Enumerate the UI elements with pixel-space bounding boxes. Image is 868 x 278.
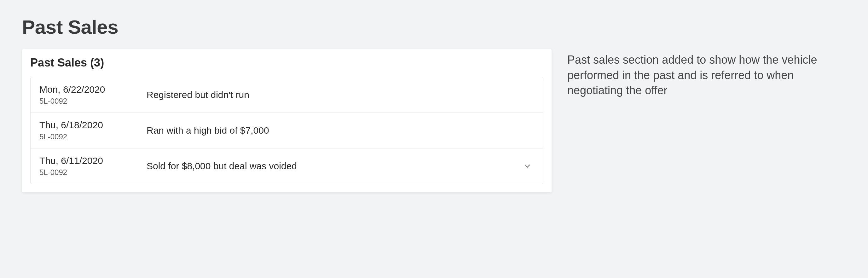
item-code: 5L-0092 bbox=[39, 97, 147, 105]
past-sales-card: Past Sales (3) Mon, 6/22/2020 5L-0092 Re… bbox=[22, 49, 552, 192]
item-code: 5L-0092 bbox=[39, 132, 147, 141]
past-sales-list: Mon, 6/22/2020 5L-0092 Registered but di… bbox=[30, 77, 544, 184]
item-code: 5L-0092 bbox=[39, 168, 147, 177]
list-item[interactable]: Mon, 6/22/2020 5L-0092 Registered but di… bbox=[31, 77, 543, 113]
item-description: Ran with a high bid of $7,000 bbox=[147, 125, 534, 136]
chevron-down-icon[interactable] bbox=[523, 162, 534, 171]
annotation-text: Past sales section added to show how the… bbox=[567, 49, 838, 98]
item-date: Thu, 6/11/2020 bbox=[39, 155, 147, 166]
item-date: Thu, 6/18/2020 bbox=[39, 120, 147, 130]
item-date: Mon, 6/22/2020 bbox=[39, 84, 147, 95]
list-item[interactable]: Thu, 6/18/2020 5L-0092 Ran with a high b… bbox=[31, 113, 543, 149]
card-header: Past Sales (3) bbox=[30, 56, 544, 69]
item-description: Registered but didn't run bbox=[147, 90, 534, 100]
item-description: Sold for $8,000 but deal was voided bbox=[147, 161, 523, 172]
page-title: Past Sales bbox=[22, 16, 846, 38]
list-item[interactable]: Thu, 6/11/2020 5L-0092 Sold for $8,000 b… bbox=[31, 149, 543, 184]
